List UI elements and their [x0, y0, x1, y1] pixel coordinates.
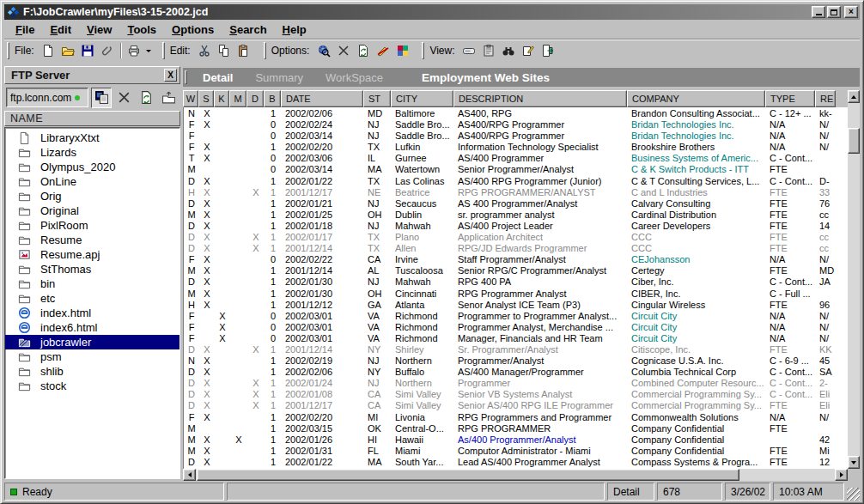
- delete-button[interactable]: [333, 41, 353, 60]
- horizontal-scroll-thumb[interactable]: [197, 469, 739, 481]
- legend-button[interactable]: [392, 41, 412, 60]
- column-header-city[interactable]: CITY: [391, 90, 453, 107]
- menu-search[interactable]: Search: [222, 21, 274, 38]
- vertical-scroll-thumb[interactable]: [848, 128, 860, 154]
- view-toggle-button[interactable]: [459, 41, 479, 60]
- maximize-button[interactable]: [827, 6, 841, 18]
- menu-tools[interactable]: Tools: [119, 21, 164, 38]
- column-header-st[interactable]: ST: [363, 90, 391, 107]
- table-row[interactable]: DXX12001/12/17CASimi ValleySenior AS/400…: [184, 400, 848, 411]
- file-item-jobcrawler[interactable]: jobcrawler: [5, 335, 179, 349]
- column-header-m[interactable]: M: [229, 90, 246, 107]
- table-row[interactable]: FX02002/02/24NJSaddle Bro...AS400/RPG Pr…: [184, 119, 848, 131]
- tab-summary[interactable]: Summary: [244, 71, 314, 84]
- table-row[interactable]: DX12002/01/21NJSecaucusAS 400 Programmer…: [184, 198, 848, 209]
- title-bar[interactable]: F:\JobCrawler\myFiles\3-15-2002.jcd ×: [4, 4, 860, 20]
- file-item-stock[interactable]: stock: [5, 379, 179, 393]
- menu-options[interactable]: Options: [164, 21, 222, 38]
- file-item-lizards[interactable]: Lizards: [5, 145, 179, 160]
- cut-button[interactable]: [195, 41, 215, 60]
- column-header-re[interactable]: RE: [815, 90, 836, 107]
- table-row[interactable]: FX02002/03/01VARichmondProgrammer Analys…: [184, 322, 848, 333]
- file-item-libraryxxtxt[interactable]: LibraryxXtxt: [5, 131, 179, 145]
- no-edit-button[interactable]: [373, 41, 392, 60]
- menu-view[interactable]: View: [79, 21, 119, 38]
- column-header-d[interactable]: D: [246, 90, 264, 107]
- table-row[interactable]: MXX12002/01/26HIHawaiiAs/400 Programmer/…: [184, 434, 848, 446]
- column-header-k[interactable]: K: [214, 90, 229, 107]
- table-row[interactable]: FX02002/03/01VARichmondProgrammer to Pro…: [184, 311, 848, 322]
- close-button[interactable]: ×: [844, 6, 858, 18]
- file-item-etc[interactable]: etc: [5, 291, 179, 306]
- table-row[interactable]: DX12002/01/22MASouth Yar...Lead AS/400 P…: [184, 457, 848, 468]
- table-row[interactable]: DXX12001/12/14TXAllenRPG/JD Edwards Prog…: [184, 243, 848, 254]
- ftp-delete-button[interactable]: [113, 88, 134, 108]
- paste-button[interactable]: [234, 41, 254, 60]
- column-header-company[interactable]: COMPANY: [627, 90, 765, 107]
- table-row[interactable]: NX12002/02/19NJNorthernProgrammer/Analys…: [184, 355, 848, 367]
- column-header-w[interactable]: W: [183, 90, 198, 107]
- file-item-index.html[interactable]: index.html: [5, 306, 179, 320]
- table-row[interactable]: MX12001/12/14ALTuscaloosaSenior RPG/C Pr…: [184, 265, 848, 276]
- file-item-resume[interactable]: Resume: [5, 233, 179, 247]
- file-item-olympus_2020[interactable]: Olympus_2020: [5, 160, 179, 174]
- file-item-resume.apj[interactable]: Resume.apj: [5, 247, 179, 262]
- file-item-pixlroom[interactable]: PixlRoom: [5, 218, 179, 233]
- file-item-original[interactable]: Original: [5, 203, 179, 218]
- file-item-bin[interactable]: bin: [5, 276, 179, 291]
- scroll-left-button[interactable]: [183, 469, 196, 481]
- table-row[interactable]: DX12002/01/18NJMahwahAS/400 Project Lead…: [184, 221, 848, 232]
- toolbar-grip[interactable]: [422, 42, 424, 59]
- column-header-date[interactable]: DATE: [281, 90, 363, 107]
- copy-button[interactable]: [215, 41, 234, 60]
- refresh-button[interactable]: [353, 41, 373, 60]
- horizontal-scrollbar[interactable]: [183, 469, 848, 481]
- table-row[interactable]: MX12002/01/31FLMiamiComputor Administrat…: [184, 446, 848, 457]
- table-row[interactable]: DXX12001/12/14NYShirleySr. Programmer/An…: [184, 344, 848, 355]
- save-button[interactable]: [78, 41, 98, 60]
- table-row[interactable]: DXX12002/01/24NJNorthernProgrammerCombin…: [184, 378, 848, 389]
- vertical-scrollbar[interactable]: [848, 90, 860, 469]
- scroll-down-button[interactable]: [848, 456, 860, 469]
- file-item-stthomas[interactable]: StThomas: [5, 262, 179, 276]
- table-row[interactable]: F02002/03/14NJSaddle Bro...AS400/RPG Pro…: [184, 131, 848, 142]
- table-row[interactable]: DX12002/01/30NJMahwahRPG 400 PACiber, In…: [184, 276, 848, 288]
- notes-button[interactable]: [519, 41, 538, 60]
- attach-button[interactable]: [98, 41, 118, 60]
- header-grip[interactable]: [185, 70, 187, 84]
- table-row[interactable]: DXX12002/01/17TXPlanoApplication Archite…: [184, 232, 848, 243]
- toolbar-grip[interactable]: [7, 42, 9, 59]
- table-row[interactable]: HXX12001/12/17NEBeatriceRPG PROGRAMMER/A…: [184, 187, 848, 198]
- ftp-address-field[interactable]: ftp.lconn.com: [6, 88, 88, 107]
- dropdown-arrow-button[interactable]: [144, 41, 153, 60]
- column-header-type[interactable]: TYPE: [765, 90, 815, 107]
- tab-workspace[interactable]: WorkSpace: [314, 71, 394, 84]
- scroll-up-button[interactable]: [848, 90, 860, 103]
- file-item-orig[interactable]: Orig: [5, 189, 179, 203]
- find-button[interactable]: [313, 41, 333, 60]
- minimize-button[interactable]: [812, 6, 825, 18]
- file-item-online[interactable]: OnLine: [5, 174, 179, 189]
- binoculars-button[interactable]: [499, 41, 519, 60]
- scroll-right-button[interactable]: [835, 469, 848, 481]
- table-row[interactable]: HX12001/12/12GAAtlantaSenor Analyst ICE …: [184, 300, 848, 311]
- file-item-shlib[interactable]: shlib: [5, 364, 179, 379]
- ftp-connect-button[interactable]: [91, 88, 112, 108]
- table-row[interactable]: DX12002/01/22TXLas ColinasAS/400 RPG Pro…: [184, 176, 848, 187]
- table-row[interactable]: TX02002/03/06ILGurneeAS/400 ProgrammerBu…: [184, 153, 848, 164]
- column-header-b[interactable]: B: [264, 90, 281, 107]
- file-item-psm[interactable]: psm: [5, 349, 179, 364]
- table-row[interactable]: FX12002/02/20TXLufkinInformation Technol…: [184, 142, 848, 153]
- file-list-name-header[interactable]: NAME: [4, 111, 180, 126]
- file-item-index6.html[interactable]: index6.html: [5, 320, 179, 335]
- resize-grip[interactable]: [847, 488, 860, 501]
- table-row[interactable]: FX12002/02/20MILivoniaRPG Programmers an…: [184, 412, 848, 423]
- table-row[interactable]: MX12002/01/30OHCincinnatiRPG Programmer …: [184, 288, 848, 300]
- clipboard-button[interactable]: [479, 41, 499, 60]
- ftp-panel-close-button[interactable]: X: [164, 69, 177, 82]
- table-row[interactable]: FX02002/03/01VARichmondManager, Financia…: [184, 333, 848, 344]
- column-header-s[interactable]: S: [198, 90, 214, 107]
- new-file-button[interactable]: [39, 41, 58, 60]
- table-row[interactable]: DXX12002/01/08CASimi ValleySenior VB Sys…: [184, 389, 848, 400]
- open-file-button[interactable]: [58, 41, 78, 60]
